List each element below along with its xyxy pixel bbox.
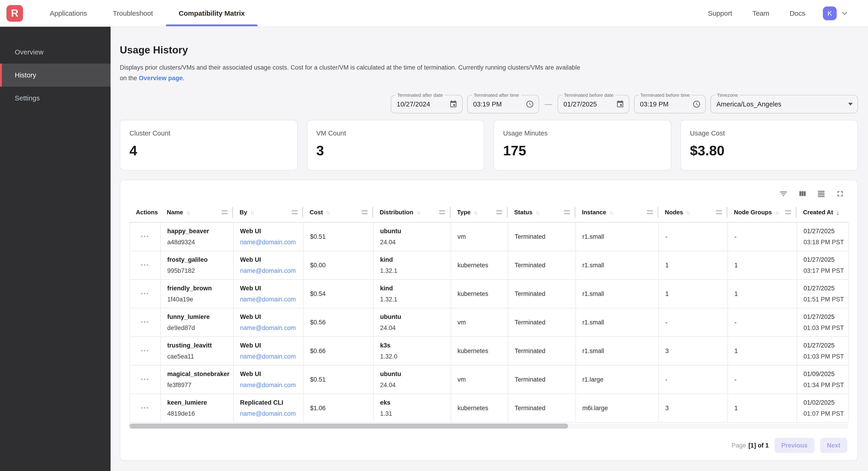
created-time: 01:51 PM PST xyxy=(804,296,842,303)
filters-row: Terminated after date10/27/2024Terminate… xyxy=(120,95,858,113)
column-header-distribution[interactable]: Distribution↑↓ xyxy=(373,203,451,222)
horizontal-scrollbar[interactable] xyxy=(129,423,848,429)
cell-name: frosty_galileo995b7182 xyxy=(161,251,234,279)
tab-troubleshoot[interactable]: Troubleshoot xyxy=(100,0,166,26)
sidebar-item-overview[interactable]: Overview xyxy=(0,40,111,64)
row-actions-button[interactable]: ••• xyxy=(141,348,149,354)
row-actions-button[interactable]: ••• xyxy=(141,405,149,411)
overview-page-link[interactable]: Overview page xyxy=(139,75,183,82)
scrollbar-thumb[interactable] xyxy=(129,423,568,429)
column-header-created-at[interactable]: Created At↓ xyxy=(797,203,848,222)
filter-timezone[interactable]: TimezoneAmerica/Los_Angeles xyxy=(710,95,858,113)
created-by-email-link[interactable]: name@domain.com xyxy=(240,296,297,303)
previous-page-button[interactable]: Previous xyxy=(774,438,814,453)
column-menu-icon[interactable] xyxy=(362,210,368,214)
filter-value: 03:19 PM xyxy=(473,100,526,108)
column-menu-icon[interactable] xyxy=(716,210,722,214)
clock-icon[interactable] xyxy=(692,100,701,108)
column-header-by[interactable]: By↑↓ xyxy=(233,203,303,222)
column-menu-icon[interactable] xyxy=(647,210,653,214)
sort-icon: ↑↓ xyxy=(326,210,330,215)
chevron-down-icon[interactable] xyxy=(839,8,849,18)
filter-list-icon[interactable] xyxy=(779,189,788,198)
top-nav-right: SupportTeamDocs K xyxy=(698,6,849,20)
table-header-row: ActionsName↑↓By↑↓Cost↑↓Distribution↑↓Typ… xyxy=(129,203,848,223)
created-by-email-link[interactable]: name@domain.com xyxy=(240,324,297,331)
cell-cost: $1.06 xyxy=(304,394,374,422)
row-actions-button[interactable]: ••• xyxy=(141,319,149,326)
top-nav: R ApplicationsTroubleshootCompatibility … xyxy=(0,0,868,27)
filter-terminated-after-date[interactable]: Terminated after date10/27/2024 xyxy=(391,95,463,113)
cell-by: Replicated CLIname@domain.com xyxy=(234,394,304,422)
cell-cost: $0.00 xyxy=(304,251,374,279)
page-description-text: Displays prior clusters/VMs and their as… xyxy=(120,64,580,82)
cell-actions: ••• xyxy=(130,365,161,393)
sidebar-item-history[interactable]: History xyxy=(0,64,111,87)
user-avatar[interactable]: K xyxy=(823,6,837,20)
nav-link-docs[interactable]: Docs xyxy=(779,9,815,17)
row-actions-button[interactable]: ••• xyxy=(141,262,149,268)
column-header-instance[interactable]: Instance↑↓ xyxy=(576,203,658,222)
column-label: Instance xyxy=(582,209,606,216)
created-time: 01:03 PM PST xyxy=(804,324,842,331)
column-header-status[interactable]: Status↑↓ xyxy=(508,203,576,222)
column-header-node-groups[interactable]: Node Groups↑↓ xyxy=(727,203,797,222)
column-menu-icon[interactable] xyxy=(564,210,570,214)
column-menu-icon[interactable] xyxy=(292,210,298,214)
created-by-email-link[interactable]: name@domain.com xyxy=(240,267,297,274)
nav-link-team[interactable]: Team xyxy=(742,9,779,17)
created-by-email-link[interactable]: name@domain.com xyxy=(240,353,297,360)
cell-by: Web UIname@domain.com xyxy=(234,365,304,393)
cell-status: Terminated xyxy=(508,394,576,422)
fullscreen-icon[interactable] xyxy=(836,189,844,198)
created-date: 01/27/2025 xyxy=(804,285,842,292)
distribution-name: ubuntu xyxy=(380,228,444,235)
distribution-name: ubuntu xyxy=(380,371,444,378)
column-header-cost[interactable]: Cost↑↓ xyxy=(303,203,373,222)
created-by-email-link[interactable]: name@domain.com xyxy=(240,410,297,417)
created-time: 03:18 PM PST xyxy=(804,239,842,246)
created-by-source: Replicated CLI xyxy=(240,399,297,406)
created-by-source: Web UI xyxy=(240,228,297,235)
column-menu-icon[interactable] xyxy=(496,210,502,214)
clock-icon[interactable] xyxy=(526,100,534,108)
filter-terminated-after-time[interactable]: Terminated after time03:19 PM xyxy=(467,95,539,113)
created-by-email-link[interactable]: name@domain.com xyxy=(240,239,297,246)
column-label: Actions xyxy=(136,209,158,216)
distribution-name: k3s xyxy=(380,342,444,349)
created-date: 01/02/2025 xyxy=(804,399,842,406)
next-page-button[interactable]: Next xyxy=(820,438,847,453)
column-menu-icon[interactable] xyxy=(222,210,227,214)
row-actions-button[interactable]: ••• xyxy=(141,291,149,297)
filter-terminated-before-time[interactable]: Terminated before time03:19 PM xyxy=(634,95,706,113)
column-header-name[interactable]: Name↑↓ xyxy=(160,203,233,222)
calendar-icon[interactable] xyxy=(616,100,624,108)
column-menu-icon[interactable] xyxy=(785,210,791,214)
sidebar-item-settings[interactable]: Settings xyxy=(0,87,111,110)
cell-name: happy_beavera48d9324 xyxy=(161,223,234,251)
nav-link-support[interactable]: Support xyxy=(698,9,742,17)
view-columns-icon[interactable] xyxy=(798,189,807,198)
row-actions-button[interactable]: ••• xyxy=(141,376,149,383)
column-header-type[interactable]: Type↑↓ xyxy=(451,203,508,222)
created-date: 01/27/2025 xyxy=(804,314,842,320)
stat-card-cluster-count: Cluster Count4 xyxy=(120,120,298,171)
filter-terminated-before-date[interactable]: Terminated before date01/27/2025 xyxy=(557,95,629,113)
cell-created-at: 01/09/202501:34 PM PST xyxy=(797,365,849,393)
cell-distribution: k3s1.32.0 xyxy=(374,337,451,365)
row-actions-button[interactable]: ••• xyxy=(141,233,149,240)
cell-instance: r1.small xyxy=(576,223,659,251)
stat-value: $3.80 xyxy=(690,143,848,158)
cell-instance: r1.small xyxy=(576,308,659,336)
column-header-nodes[interactable]: Nodes↑↓ xyxy=(658,203,727,222)
created-by-email-link[interactable]: name@domain.com xyxy=(240,382,297,388)
app-logo[interactable]: R xyxy=(6,5,23,22)
cell-node-groups: - xyxy=(728,308,797,336)
tab-applications[interactable]: Applications xyxy=(37,0,100,26)
calendar-icon[interactable] xyxy=(449,100,458,108)
density-icon[interactable] xyxy=(817,189,826,198)
cluster-id: a48d9324 xyxy=(167,239,227,246)
created-time: 01:34 PM PST xyxy=(804,382,842,388)
tab-compatibility-matrix[interactable]: Compatibility Matrix xyxy=(166,0,258,26)
column-menu-icon[interactable] xyxy=(439,210,445,214)
